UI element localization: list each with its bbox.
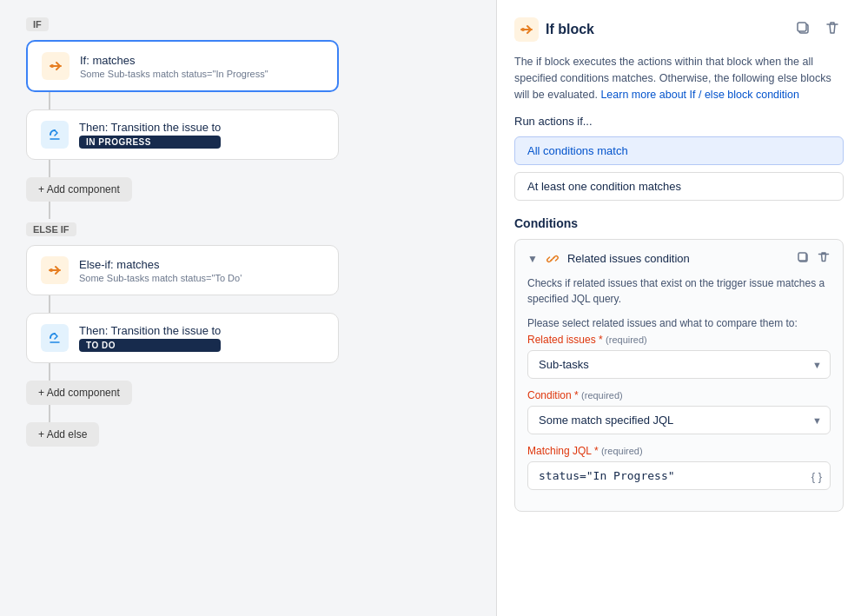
condition-description: Checks if related issues that exist on t… [527,275,831,307]
connector-4 [49,295,50,313]
description-text: The if block executes the actions within… [514,54,844,103]
inprogress-badge: IN PROGRESS [79,136,221,149]
else-if-block-subtitle: Some Sub-tasks match status="To Do' [79,273,242,283]
condition-card-title: Related issues condition [567,252,789,265]
header-actions [791,18,844,41]
jql-input-wrapper: { } [527,461,831,490]
title-group: If block [514,17,594,42]
then-block-content-2: Then: Transition the issue to TO DO [79,324,221,352]
then-transition-block-2[interactable]: Then: Transition the issue to TO DO [26,313,339,363]
connector-2 [49,160,50,177]
right-panel: If block The if block executes the actio… [496,0,861,616]
if-label: IF [26,17,49,31]
related-issues-select[interactable]: Sub-tasks [527,350,831,379]
add-component-button-1[interactable]: + Add component [26,177,132,202]
condition-delete-button[interactable] [817,250,831,267]
svg-rect-6 [798,253,806,261]
duplicate-button[interactable] [791,18,814,41]
left-panel: IF If: matches Some Sub-tasks match stat… [0,0,496,616]
link-icon [545,251,560,267]
right-panel-title: If block [546,22,594,37]
if-block-title: If: matches [80,54,268,67]
add-component-button-2[interactable]: + Add component [26,381,132,405]
learn-more-link[interactable]: Learn more about If / else block conditi… [600,89,799,101]
svg-point-0 [50,64,54,68]
then-block-content-1: Then: Transition the issue to IN PROGRES… [79,121,221,149]
related-issues-select-wrapper: Sub-tasks ▼ [527,350,831,379]
collapse-chevron[interactable]: ▼ [527,253,538,265]
connector-5 [49,363,50,381]
then-block-title-2: Then: Transition the issue to [79,324,221,337]
todo-badge: TO DO [79,339,221,352]
select-related-label: Please select related issues and what to… [527,317,831,329]
condition-buttons: All conditions match At least one condit… [514,136,844,201]
condition-card-header: ▼ Related issues condition [527,250,831,267]
if-block-icon [42,52,70,80]
if-block-content: If: matches Some Sub-tasks match status=… [80,54,268,79]
right-panel-header: If block [514,17,844,42]
transition-icon-1 [41,121,69,149]
condition-card: ▼ Related issues condition [514,239,844,512]
condition-select-wrapper: Some match specified JQL ▼ [527,406,831,434]
svg-point-2 [521,28,525,31]
then-block-title-1: Then: Transition the issue to [79,121,221,134]
conditions-section-title: Conditions [514,216,844,230]
condition-field-label: Condition * (required) [527,389,831,401]
run-actions-label: Run actions if... [514,115,844,128]
connector-6 [49,405,50,422]
if-matches-block[interactable]: If: matches Some Sub-tasks match status=… [26,40,339,92]
all-conditions-button[interactable]: All conditions match [514,136,844,165]
jql-input[interactable] [527,461,831,490]
related-issues-label: Related issues * (required) [527,334,831,346]
condition-duplicate-button[interactable] [796,250,810,267]
if-block-subtitle: Some Sub-tasks match status="In Progress… [80,69,268,79]
condition-select[interactable]: Some match specified JQL [527,406,831,434]
else-if-label: ELSE IF [26,222,76,236]
svg-rect-4 [798,23,806,31]
svg-point-1 [50,268,53,272]
connector-3 [49,202,50,219]
jql-form-group: Matching JQL * (required) { } [527,445,831,490]
related-issues-form-group: Related issues * (required) Sub-tasks ▼ [527,334,831,379]
jql-label: Matching JQL * (required) [527,445,831,457]
else-if-block-content: Else-if: matches Some Sub-tasks match st… [79,258,242,283]
else-if-block-title: Else-if: matches [79,258,242,271]
then-transition-block-1[interactable]: Then: Transition the issue to IN PROGRES… [26,109,339,160]
transition-icon-2 [41,324,69,352]
else-if-block-icon [41,256,69,284]
else-if-matches-block[interactable]: Else-if: matches Some Sub-tasks match st… [26,245,339,295]
add-else-button[interactable]: + Add else [26,422,99,447]
delete-button[interactable] [821,18,844,41]
connector-1 [49,92,50,109]
if-block-header-icon [514,17,539,42]
at-least-one-button[interactable]: At least one condition matches [514,172,844,201]
condition-form-group: Condition * (required) Some match specif… [527,389,831,434]
